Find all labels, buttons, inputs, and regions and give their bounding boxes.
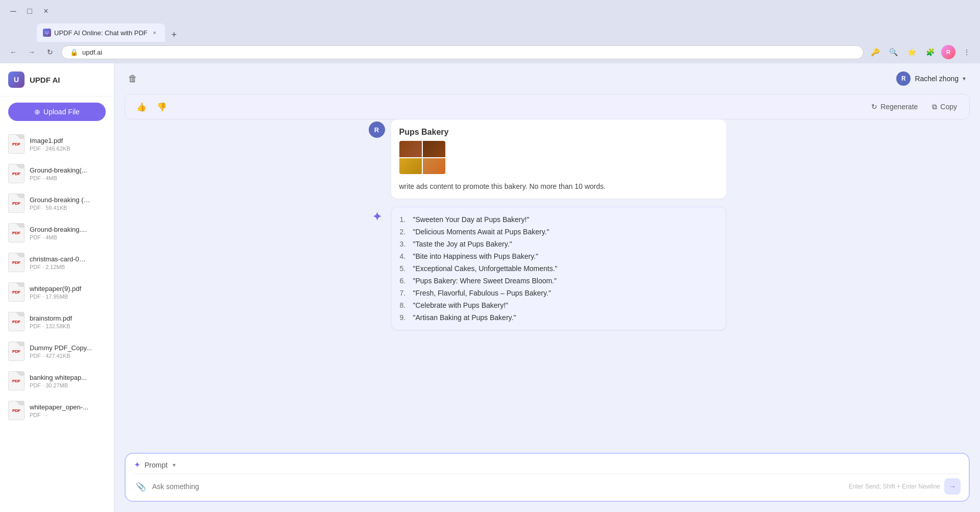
top-bar: 🗑 R Rachel zhong ▾ xyxy=(114,63,980,94)
sidebar-title: UPDF AI xyxy=(30,76,60,84)
file-info: brainstorm.pdf PDF · 132.58KB xyxy=(30,314,106,329)
item-number: 1. xyxy=(400,215,410,224)
tab-close-button[interactable]: × xyxy=(151,29,159,37)
attach-button[interactable]: 📎 xyxy=(134,480,148,494)
sidebar-header: U UPDF AI xyxy=(0,63,114,96)
file-item[interactable]: PDF Dummy PDF_Copy... PDF · 427.41KB xyxy=(0,336,114,366)
ai-response-item: 1. "Sweeten Your Day at Pups Bakery!" xyxy=(400,215,718,224)
item-text: "Celebrate with Pups Bakery!" xyxy=(413,301,509,309)
bakery-img-1 xyxy=(399,141,422,157)
file-info: christmas-card-0… PDF · 2.12MB xyxy=(30,255,106,270)
back-button[interactable]: ← xyxy=(6,45,20,59)
bakery-img-4 xyxy=(423,158,445,175)
file-item[interactable]: PDF Ground-breaking (… PDF · 59.41KB xyxy=(0,188,114,218)
file-icon: PDF xyxy=(8,312,25,331)
file-name: Ground-breaking.... xyxy=(30,226,106,233)
file-icon: PDF xyxy=(8,134,25,154)
file-item[interactable]: PDF Image1.pdf PDF · 246.62KB xyxy=(0,129,114,159)
forward-button[interactable]: → xyxy=(25,45,39,59)
zoom-icon[interactable]: 🔍 xyxy=(886,45,900,59)
item-number: 8. xyxy=(400,301,410,309)
ai-response-item: 6. "Pups Bakery: Where Sweet Dreams Bloo… xyxy=(400,277,718,285)
file-info: whitepaper(9).pdf PDF · 17.95MB xyxy=(30,285,106,300)
file-size: PDF · 59.41KB xyxy=(30,205,106,211)
main-area: 🗑 R Rachel zhong ▾ 👍 👎 ↻ Regenerate ⧉ C xyxy=(114,63,980,512)
file-name: whitepaper(9).pdf xyxy=(30,285,106,292)
file-icon: PDF xyxy=(8,282,25,302)
bakery-name: Pups Bakery xyxy=(399,128,718,137)
upload-file-button[interactable]: ⊕ Upload File xyxy=(8,103,106,121)
file-size: PDF · 4MB xyxy=(30,175,106,181)
file-size: PDF · 132.58KB xyxy=(30,323,106,329)
address-icons: 🔑 🔍 ⭐ 🧩 R ⋮ xyxy=(868,45,974,59)
response-toolbar: 👍 👎 ↻ Regenerate ⧉ Copy xyxy=(125,94,970,119)
bakery-images xyxy=(399,141,445,174)
copy-button[interactable]: ⧉ Copy xyxy=(928,101,961,113)
user-dropdown-icon: ▾ xyxy=(963,75,966,82)
chat-container: R Pups Bakery write ads content to promo… xyxy=(114,119,980,453)
file-size: PDF · 17.95MB xyxy=(30,294,106,300)
file-item[interactable]: PDF brainstorm.pdf PDF · 132.58KB xyxy=(0,307,114,336)
file-info: Image1.pdf PDF · 246.62KB xyxy=(30,137,106,152)
file-item[interactable]: PDF Ground-breaking(... PDF · 4MB xyxy=(0,159,114,188)
file-item[interactable]: PDF whitepaper_open-... PDF · - xyxy=(0,396,114,425)
regenerate-label: Regenerate xyxy=(880,103,918,111)
file-name: brainstorm.pdf xyxy=(30,314,106,322)
send-button[interactable]: → xyxy=(944,478,961,495)
tab-title: UPDF AI Online: Chat with PDF xyxy=(54,29,148,37)
prompt-dropdown-icon[interactable]: ▾ xyxy=(173,461,176,469)
file-size: PDF · 4MB xyxy=(30,234,106,240)
clear-chat-button[interactable]: 🗑 xyxy=(125,70,141,87)
item-text: "Fresh, Flavorful, Fabulous – Pups Baker… xyxy=(413,289,551,297)
refresh-button[interactable]: ↻ xyxy=(43,45,57,59)
password-manager-icon[interactable]: 🔑 xyxy=(868,45,882,59)
bakery-prompt: write ads content to promote this bakery… xyxy=(399,182,718,190)
file-name: Ground-breaking (… xyxy=(30,196,106,204)
regenerate-icon: ↻ xyxy=(871,103,877,111)
item-text: "Artisan Baking at Pups Bakery." xyxy=(413,313,516,322)
input-bottom-row: 📎 Enter Send; Shift + Enter Newline → xyxy=(134,474,961,495)
ai-response-item: 9. "Artisan Baking at Pups Bakery." xyxy=(400,313,718,322)
item-number: 9. xyxy=(400,313,410,322)
user-message-avatar: R xyxy=(369,121,385,138)
bookmark-icon[interactable]: ⭐ xyxy=(904,45,919,59)
item-number: 4. xyxy=(400,252,410,260)
copy-icon: ⧉ xyxy=(932,103,937,111)
file-info: whitepaper_open-... PDF · - xyxy=(30,403,106,418)
file-info: Ground-breaking(... PDF · 4MB xyxy=(30,166,106,181)
url-bar[interactable]: 🔒 updf.ai xyxy=(61,45,864,59)
sidebar: U UPDF AI ⊕ Upload File PDF Image1.pdf P… xyxy=(0,63,114,512)
file-list: PDF Image1.pdf PDF · 246.62KB PDF Ground… xyxy=(0,127,114,512)
minimize-button[interactable]: ─ xyxy=(6,4,20,18)
active-tab[interactable]: U UPDF AI Online: Chat with PDF × xyxy=(37,23,165,42)
extensions-icon[interactable]: 🧩 xyxy=(923,45,937,59)
file-item[interactable]: PDF whitepaper(9).pdf PDF · 17.95MB xyxy=(0,277,114,307)
input-hint: Enter Send; Shift + Enter Newline xyxy=(849,483,940,490)
menu-icon[interactable]: ⋮ xyxy=(960,45,974,59)
profile-avatar[interactable]: R xyxy=(941,45,955,59)
maximize-button[interactable]: □ xyxy=(22,4,37,18)
regenerate-button[interactable]: ↻ Regenerate xyxy=(867,101,922,113)
item-text: "Taste the Joy at Pups Bakery." xyxy=(413,240,512,248)
ai-response-item: 3. "Taste the Joy at Pups Bakery." xyxy=(400,240,718,248)
file-item[interactable]: PDF christmas-card-0… PDF · 2.12MB xyxy=(0,248,114,277)
bakery-card: Pups Bakery write ads content to promote… xyxy=(399,128,718,190)
item-number: 2. xyxy=(400,228,410,236)
file-info: banking whitepap... PDF · 30.27MB xyxy=(30,374,106,388)
file-icon: PDF xyxy=(8,401,25,420)
file-size: PDF · 30.27MB xyxy=(30,382,106,388)
ask-input[interactable] xyxy=(152,482,845,491)
close-button[interactable]: × xyxy=(39,4,53,18)
item-text: "Pups Bakery: Where Sweet Dreams Bloom." xyxy=(413,277,557,285)
user-info[interactable]: R Rachel zhong ▾ xyxy=(892,69,970,88)
file-icon: PDF xyxy=(8,193,25,213)
new-tab-button[interactable]: + xyxy=(167,28,181,42)
thumbs-down-button[interactable]: 👎 xyxy=(154,99,170,115)
user-name: Rachel zhong xyxy=(915,75,959,83)
thumbs-up-button[interactable]: 👍 xyxy=(133,99,150,115)
user-message: R Pups Bakery write ads content to promo… xyxy=(369,119,726,199)
bakery-img-2 xyxy=(423,141,445,157)
file-item[interactable]: PDF Ground-breaking.... PDF · 4MB xyxy=(0,218,114,248)
item-text: "Exceptional Cakes, Unforgettable Moment… xyxy=(413,264,558,273)
file-item[interactable]: PDF banking whitepap... PDF · 30.27MB xyxy=(0,366,114,396)
